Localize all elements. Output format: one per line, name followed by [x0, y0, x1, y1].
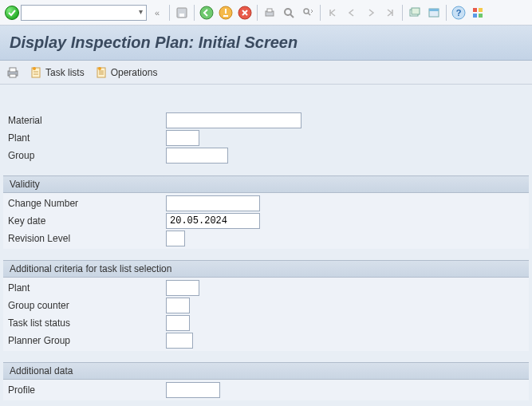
svg-rect-19 — [473, 14, 477, 18]
page-title: Display Inspection Plan: Initial Screen — [0, 26, 532, 61]
help-icon[interactable]: ? — [450, 4, 467, 22]
planner-group-input[interactable] — [166, 333, 193, 349]
svg-rect-14 — [429, 9, 439, 11]
print-icon[interactable] — [261, 4, 278, 22]
print-button[interactable] — [6, 66, 19, 79]
find-icon[interactable] — [280, 4, 298, 22]
shortcut-icon[interactable] — [425, 4, 443, 22]
additional-data-header: Additional data — [3, 362, 529, 380]
enter-button[interactable] — [5, 6, 19, 20]
material-row: Material — [3, 112, 529, 129]
profile-label: Profile — [8, 384, 166, 396]
group-input[interactable] — [166, 148, 228, 164]
back-icon[interactable] — [198, 4, 215, 22]
plant-row: Plant — [3, 129, 529, 147]
svg-rect-6 — [267, 9, 272, 12]
key-date-label: Key date — [8, 215, 166, 227]
change-number-input[interactable] — [166, 195, 260, 211]
material-label: Material — [8, 115, 166, 126]
svg-point-29 — [98, 67, 101, 70]
cancel-icon[interactable] — [236, 4, 254, 22]
system-toolbar: « ? — [0, 0, 532, 26]
find-next-icon[interactable] — [299, 4, 317, 22]
criteria-plant-label: Plant — [8, 282, 166, 294]
operations-button[interactable]: Operations — [96, 66, 158, 79]
application-toolbar: Task lists Operations — [0, 61, 532, 85]
operations-label: Operations — [111, 67, 158, 78]
planner-group-row: Planner Group — [3, 332, 529, 349]
exit-icon[interactable] — [217, 4, 234, 22]
save-icon[interactable] — [173, 4, 191, 22]
criteria-plant-row: Plant — [3, 279, 529, 297]
task-lists-icon — [30, 66, 43, 79]
next-page-icon[interactable] — [362, 4, 380, 22]
last-page-icon[interactable] — [381, 4, 399, 22]
svg-line-8 — [290, 14, 294, 18]
svg-rect-22 — [10, 68, 16, 72]
additional-criteria-header: Additional criteria for task list select… — [3, 260, 529, 278]
content-area: Material Plant Group Validity Change Num… — [0, 85, 532, 404]
group-row: Group — [3, 147, 529, 164]
svg-point-25 — [33, 67, 36, 70]
revision-level-row: Revision Level — [3, 230, 529, 247]
svg-point-2 — [200, 6, 213, 19]
change-number-row: Change Number — [3, 195, 529, 212]
revision-level-label: Revision Level — [8, 233, 166, 244]
change-number-label: Change Number — [8, 198, 166, 209]
additional-data-group: Additional data Profile — [3, 362, 529, 400]
command-field[interactable] — [21, 5, 147, 21]
revision-level-input[interactable] — [166, 231, 185, 246]
key-date-row: Key date — [3, 212, 529, 230]
svg-rect-18 — [479, 8, 483, 12]
material-input[interactable] — [166, 112, 301, 128]
layout-icon[interactable] — [469, 4, 487, 22]
group-label: Group — [8, 150, 166, 161]
task-list-status-input[interactable] — [166, 315, 190, 331]
svg-rect-17 — [473, 8, 477, 12]
prev-page-icon[interactable] — [343, 4, 361, 22]
svg-point-7 — [285, 9, 291, 15]
criteria-plant-input[interactable] — [166, 280, 199, 296]
svg-text:?: ? — [456, 8, 462, 18]
svg-rect-1 — [179, 14, 184, 17]
group-counter-label: Group counter — [8, 300, 166, 311]
operations-icon — [96, 66, 108, 79]
svg-rect-12 — [412, 8, 420, 14]
additional-criteria-group: Additional criteria for task list select… — [3, 260, 529, 351]
svg-line-10 — [308, 13, 310, 15]
task-list-status-row: Task list status — [3, 314, 529, 332]
printer-icon — [6, 66, 19, 79]
key-date-input[interactable] — [166, 213, 260, 229]
validity-header: Validity — [3, 175, 529, 193]
collapse-button[interactable]: « — [148, 4, 166, 22]
plant-input[interactable] — [166, 130, 199, 146]
svg-rect-20 — [479, 14, 483, 18]
group-counter-row: Group counter — [3, 297, 529, 314]
profile-row: Profile — [3, 381, 529, 399]
svg-rect-23 — [10, 74, 16, 77]
planner-group-label: Planner Group — [8, 335, 166, 346]
task-list-status-label: Task list status — [8, 317, 166, 329]
group-counter-input[interactable] — [166, 298, 190, 313]
plant-label: Plant — [8, 132, 166, 144]
task-lists-label: Task lists — [45, 67, 85, 78]
new-session-icon[interactable] — [406, 4, 424, 22]
first-page-icon[interactable] — [324, 4, 341, 22]
profile-input[interactable] — [166, 382, 220, 398]
validity-group: Validity Change Number Key date Revision… — [3, 175, 529, 249]
task-lists-button[interactable]: Task lists — [30, 66, 85, 79]
